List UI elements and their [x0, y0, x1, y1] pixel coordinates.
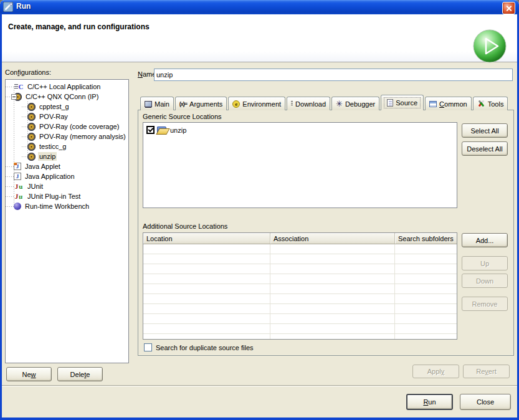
configurations-label: Configurations: — [5, 69, 51, 76]
qnx-gear-icon — [27, 103, 36, 111]
tree-item-label: POV-Ray (code coverage) — [38, 122, 120, 131]
tree-item-label: testicc_g — [38, 142, 67, 151]
configurations-tree-box[interactable]: C/C++ Local ApplicationC/C++ QNX QConn (… — [5, 79, 129, 363]
tree-item-pov-ray[interactable]: POV-Ray — [6, 112, 128, 122]
bottom-separator — [2, 385, 517, 386]
column-separator — [270, 244, 270, 339]
tree-item-label: POV-Ray (memory analysis) — [38, 132, 127, 141]
tree-item-testicc-g[interactable]: testicc_g — [6, 141, 128, 151]
tree-item-label: POV-Ray — [38, 112, 69, 121]
delete-button[interactable]: Delete — [57, 367, 103, 381]
tree-item-label: Java Application — [24, 172, 76, 181]
window-border-bottom — [0, 418, 519, 420]
tree-item-c-c-local-application[interactable]: C/C++ Local Application — [6, 82, 128, 92]
tree-item-java-applet[interactable]: Java Applet — [6, 161, 128, 171]
generic-source-locations-list[interactable]: unzip — [143, 122, 457, 208]
table-row — [143, 314, 457, 324]
tab-source[interactable]: Source — [381, 95, 424, 110]
source-item-label: unzip — [170, 126, 186, 134]
tab-label: Common — [439, 100, 467, 108]
tab-label: Debugger — [345, 100, 375, 108]
tree-guide-stub — [22, 107, 27, 107]
titlebar[interactable]: Run — [0, 0, 519, 14]
duplicate-sources-checkbox[interactable] — [144, 343, 152, 351]
tree-item-junit-plug-in-test[interactable]: JUnit Plug-in Test — [6, 191, 128, 201]
arguments-icon: (x)= — [179, 101, 187, 107]
table-row — [143, 304, 457, 314]
apply-button[interactable]: Apply — [412, 365, 459, 378]
tree-item-label: Java Applet — [24, 162, 62, 171]
tab-label: Environment — [242, 100, 281, 108]
tree-item-pov-ray-code-coverage[interactable]: POV-Ray (code coverage) — [6, 122, 128, 131]
tab-label: Tools — [488, 100, 504, 108]
up-button[interactable]: Up — [462, 256, 508, 270]
deselect-all-button[interactable]: Deselect All — [462, 141, 508, 156]
tab-main[interactable]: Main — [140, 97, 174, 110]
table-body — [143, 244, 457, 339]
run-dialog: Run Create, manage, and run configuratio… — [0, 0, 519, 420]
tree-item-cpptest-g[interactable]: cpptest_g — [6, 102, 128, 112]
tree-item-unzip[interactable]: unzip — [6, 151, 128, 161]
tools-icon — [477, 100, 485, 108]
close-icon[interactable] — [502, 2, 515, 14]
junit-plugin-icon — [14, 193, 24, 200]
source-checkbox[interactable] — [146, 126, 155, 134]
run-banner-icon — [472, 29, 507, 64]
cpp-app-icon — [14, 83, 24, 90]
run-button[interactable]: Run — [406, 394, 453, 410]
close-button[interactable]: Close — [460, 394, 511, 410]
tree-item-java-application[interactable]: Java Application — [6, 171, 128, 181]
column-header-search-subfolders[interactable]: Search subfolders — [395, 233, 457, 244]
tab-label: Main — [155, 100, 169, 108]
column-header-location[interactable]: Location — [143, 233, 270, 244]
table-header-row: LocationAssociationSearch subfolders — [143, 233, 457, 244]
java-app-icon — [14, 173, 21, 180]
tree-item-junit[interactable]: JUnit — [6, 181, 128, 191]
configurations-tree: C/C++ Local ApplicationC/C++ QNX QConn (… — [6, 80, 128, 211]
tree-guide-stub — [22, 146, 27, 147]
tab-debugger[interactable]: ✳Debugger — [331, 97, 379, 110]
open-folder-icon — [157, 126, 168, 134]
tree-guide-stub — [22, 136, 27, 137]
source-tab-panel: Generic Source Locations unzip Select Al… — [138, 110, 514, 356]
tree-item-label: JUnit Plug-in Test — [26, 192, 82, 201]
tree-item-c-c-qnx-qconn-ip[interactable]: C/C++ QNX QConn (IP) — [6, 92, 128, 102]
tree-item-label: JUnit — [26, 182, 44, 191]
tab-arguments[interactable]: (x)=Arguments — [175, 97, 227, 110]
java-applet-icon — [14, 163, 21, 170]
generic-source-locations-label: Generic Source Locations — [143, 113, 222, 120]
additional-source-locations-table: LocationAssociationSearch subfolders — [143, 232, 457, 340]
tree-guide-stub — [22, 156, 27, 157]
tree-item-pov-ray-memory-analysis[interactable]: POV-Ray (memory analysis) — [6, 131, 128, 141]
tab-download[interactable]: Download — [287, 97, 330, 110]
new-button[interactable]: New — [6, 367, 52, 381]
window-title: Run — [16, 2, 31, 11]
duplicate-sources-label: Search for duplicate source files — [156, 344, 254, 351]
generic-source-item-unzip[interactable]: unzip — [143, 123, 457, 134]
tree-item-label: cpptest_g — [38, 102, 70, 111]
run-dialog-icon — [3, 2, 13, 12]
tree-guide-stub — [6, 87, 14, 87]
tree-item-label: Run-time Workbench — [24, 202, 90, 211]
qnx-gear-icon — [27, 113, 36, 121]
tab-environment[interactable]: eEnvironment — [228, 97, 285, 110]
tab-common[interactable]: Common — [425, 97, 472, 110]
common-icon — [429, 101, 437, 107]
tab-tools[interactable]: Tools — [473, 97, 508, 110]
name-input[interactable] — [154, 69, 513, 81]
workbench-icon — [14, 203, 21, 210]
select-all-button[interactable]: Select All — [462, 123, 508, 138]
column-header-association[interactable]: Association — [270, 233, 395, 244]
qnx-gear-icon — [27, 153, 36, 161]
revert-button[interactable]: Revert — [463, 365, 510, 378]
remove-button[interactable]: Remove — [462, 297, 508, 311]
tree-guide-stub — [6, 196, 14, 197]
table-row — [143, 254, 457, 264]
tree-guide-stub — [22, 117, 27, 117]
add-button[interactable]: Add... — [462, 233, 508, 247]
tree-item-run-time-workbench[interactable]: Run-time Workbench — [6, 201, 128, 211]
collapse-expander-icon[interactable] — [11, 94, 17, 100]
table-row — [143, 244, 457, 254]
table-row — [143, 334, 457, 340]
down-button[interactable]: Down — [462, 274, 508, 288]
